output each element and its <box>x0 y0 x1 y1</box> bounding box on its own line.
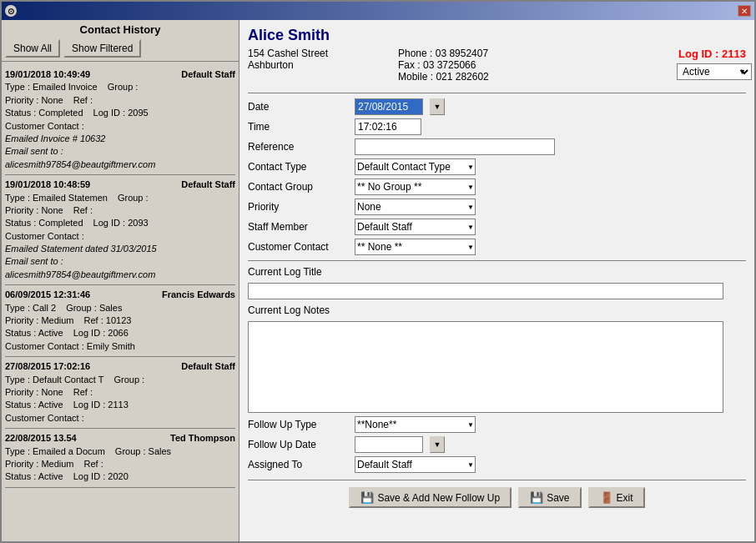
contact-type-label: Contact Type <box>248 161 348 173</box>
save-add-button[interactable]: 💾 Save & Add New Follow Up <box>349 487 512 508</box>
exit-icon: 🚪 <box>600 491 613 504</box>
reference-label: Reference <box>248 141 348 153</box>
customer-header: Alice Smith 154 Cashel Street Ashburton … <box>248 27 746 83</box>
list-item[interactable]: 27/08/2015 17:02:16 Default Staff Type :… <box>5 357 235 429</box>
exit-button[interactable]: 🚪 Exit <box>588 487 645 508</box>
follow-up-date-picker-button[interactable]: ▼ <box>430 436 445 453</box>
reference-input[interactable] <box>355 138 555 155</box>
date-row: Date ▼ <box>248 98 746 115</box>
follow-up-type-label: Follow Up Type <box>248 419 348 430</box>
phone-row: Phone : 03 8952407 <box>398 48 548 59</box>
customer-info-grid: 154 Cashel Street Ashburton Phone : 03 8… <box>248 48 746 83</box>
save-add-label: Save & Add New Follow Up <box>377 492 500 504</box>
log-title-input[interactable] <box>248 283 723 299</box>
follow-up-date-label: Follow Up Date <box>248 439 348 450</box>
list-item[interactable]: 19/01/2018 10:48:59 Default Staff Type :… <box>5 175 235 285</box>
contact-type-row: Contact Type Default Contact Type <box>248 158 746 175</box>
staff-member-label: Staff Member <box>248 221 348 233</box>
customer-contact-row: Customer Contact ** None ** <box>248 239 746 255</box>
follow-up-type-select[interactable]: **None** <box>355 416 476 433</box>
log-title-section: Current Log Title <box>248 266 746 299</box>
mobile-value: 021 282602 <box>436 71 488 83</box>
priority-label: Priority <box>248 201 348 213</box>
title-bar: ⊙ ✕ <box>2 2 754 20</box>
fax-row: Fax : 03 3725066 <box>398 59 548 71</box>
log-notes-label: Current Log Notes <box>248 304 746 316</box>
mobile-row: Mobile : 021 282602 <box>398 71 548 83</box>
customer-address: 154 Cashel Street Ashburton <box>248 48 381 83</box>
main-content: Contact History Show All Show Filtered 1… <box>2 20 754 541</box>
status-select-wrap: ActiveInactivePending ▼ <box>677 63 746 80</box>
app-icon: ⊙ <box>5 5 17 17</box>
address-line1: 154 Cashel Street <box>248 48 381 59</box>
contact-list[interactable]: 19/01/2018 10:49:49 Default Staff Type :… <box>2 62 239 541</box>
assigned-to-select-wrap: Default Staff <box>355 456 476 473</box>
priority-select[interactable]: NoneLowMediumHigh <box>355 199 476 215</box>
left-panel-title: Contact History <box>5 23 235 36</box>
form-section: Date ▼ Time Reference Contact Type <box>248 98 746 255</box>
phone-label: Phone : <box>398 48 432 59</box>
customer-logid-section: Log ID : 2113 ActiveInactivePending ▼ <box>677 48 746 83</box>
follow-up-date-row: Follow Up Date ▼ <box>248 436 746 453</box>
customer-contact-label: Customer Contact <box>248 241 348 253</box>
priority-select-wrap: NoneLowMediumHigh <box>355 199 476 215</box>
time-input[interactable] <box>355 118 421 135</box>
contact-type-select[interactable]: Default Contact Type <box>355 158 476 175</box>
main-window: ⊙ ✕ Contact History Show All Show Filter… <box>0 0 756 543</box>
time-label: Time <box>248 121 348 133</box>
address-line2: Ashburton <box>248 59 381 71</box>
status-select[interactable]: ActiveInactivePending <box>677 63 752 80</box>
follow-up-section: Follow Up Type **None** Follow Up Date ▼… <box>248 416 746 473</box>
header-divider <box>248 93 746 93</box>
close-button[interactable]: ✕ <box>738 5 751 17</box>
logid-label: Log ID : 2113 <box>677 48 746 60</box>
contact-type-select-wrap: Default Contact Type <box>355 158 476 175</box>
list-item[interactable]: 22/08/2015 13.54 Ted Thompson Type : Ema… <box>5 429 235 488</box>
assigned-to-select[interactable]: Default Staff <box>355 456 476 473</box>
right-panel: Alice Smith 154 Cashel Street Ashburton … <box>239 20 754 541</box>
mobile-label: Mobile : <box>398 71 433 83</box>
date-picker-button[interactable]: ▼ <box>430 98 445 115</box>
save-icon: 💾 <box>530 491 543 504</box>
save-button[interactable]: 💾 Save <box>518 487 581 508</box>
log-title-label: Current Log Title <box>248 266 746 278</box>
time-row: Time <box>248 118 746 135</box>
list-item[interactable]: 19/01/2018 10:49:49 Default Staff Type :… <box>5 65 235 175</box>
date-input[interactable] <box>355 98 423 115</box>
log-notes-section: Current Log Notes <box>248 304 746 413</box>
show-filtered-button[interactable]: Show Filtered <box>63 39 141 58</box>
follow-up-date-input[interactable] <box>355 436 423 453</box>
log-notes-textarea[interactable] <box>248 321 723 413</box>
title-bar-left: ⊙ <box>5 5 17 17</box>
save-add-icon: 💾 <box>360 491 374 504</box>
priority-row: Priority NoneLowMediumHigh <box>248 199 746 215</box>
customer-contact-select[interactable]: ** None ** <box>355 239 476 255</box>
contact-group-row: Contact Group ** No Group ** <box>248 178 746 195</box>
phone-value: 03 8952407 <box>436 48 488 59</box>
assigned-to-label: Assigned To <box>248 459 348 470</box>
form-divider <box>248 260 746 261</box>
staff-member-select[interactable]: Default Staff <box>355 219 476 235</box>
list-item[interactable]: 06/09/2015 12:31:46 Francis Edwards Type… <box>5 285 235 357</box>
save-label: Save <box>547 492 569 504</box>
contact-group-label: Contact Group <box>248 181 348 193</box>
follow-up-type-row: Follow Up Type **None** <box>248 416 746 433</box>
assigned-to-row: Assigned To Default Staff <box>248 456 746 473</box>
fax-label: Fax : <box>398 59 421 71</box>
staff-member-row: Staff Member Default Staff <box>248 219 746 235</box>
customer-phones: Phone : 03 8952407 Fax : 03 3725066 Mobi… <box>398 48 548 83</box>
filter-buttons: Show All Show Filtered <box>5 39 235 58</box>
left-header: Contact History Show All Show Filtered <box>2 20 239 62</box>
customer-contact-select-wrap: ** None ** <box>355 239 476 255</box>
show-all-button[interactable]: Show All <box>5 39 60 58</box>
contact-group-select[interactable]: ** No Group ** <box>355 178 476 195</box>
left-panel: Contact History Show All Show Filtered 1… <box>2 20 239 541</box>
customer-name: Alice Smith <box>248 27 746 44</box>
exit-label: Exit <box>617 492 633 504</box>
bottom-buttons: 💾 Save & Add New Follow Up 💾 Save 🚪 Exit <box>248 480 746 508</box>
fax-value: 03 3725066 <box>423 59 476 71</box>
follow-up-type-select-wrap: **None** <box>355 416 476 433</box>
staff-member-select-wrap: Default Staff <box>355 219 476 235</box>
date-label: Date <box>248 101 348 113</box>
reference-row: Reference <box>248 138 746 155</box>
